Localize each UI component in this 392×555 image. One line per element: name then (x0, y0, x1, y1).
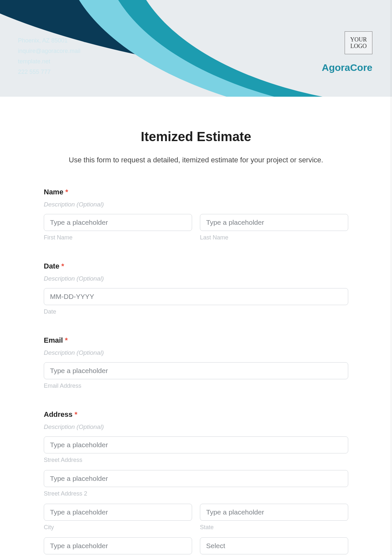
last-name-sublabel: Last Name (200, 234, 348, 241)
name-label: Name * (44, 188, 348, 196)
street-address-input[interactable] (44, 436, 348, 453)
email-input[interactable] (44, 362, 348, 379)
date-desc: Description (Optional) (44, 275, 348, 282)
logo-text: YOUR LOGO (345, 36, 372, 49)
last-name-input[interactable] (200, 214, 348, 231)
header-banner: Phoenix, AZ 85001 inquire@agoracore.mail… (0, 0, 392, 97)
street-address-2-sublabel: Street Address 2 (44, 490, 348, 497)
field-group-date: Date * Description (Optional) Date (44, 262, 348, 315)
field-group-email: Email * Description (Optional) Email Add… (44, 336, 348, 389)
form-container: Itemized Estimate Use this form to reque… (0, 97, 392, 554)
email-sublabel: Email Address (44, 383, 348, 389)
street-address-2-input[interactable] (44, 470, 348, 487)
page-title: Itemized Estimate (44, 129, 348, 144)
first-name-sublabel: First Name (44, 234, 192, 241)
country-select-text: Select (206, 542, 225, 550)
state-input[interactable] (200, 504, 348, 521)
page-subtitle: Use this form to request a detailed, ite… (44, 156, 348, 164)
contact-block: Phoenix, AZ 85001 inquire@agoracore.mail… (18, 35, 80, 77)
required-mark: * (65, 188, 68, 196)
field-group-name: Name * Description (Optional) First Name… (44, 188, 348, 241)
page-edge-shadow (390, 0, 392, 555)
field-group-address: Address * Description (Optional) Street … (44, 410, 348, 554)
street-address-sublabel: Street Address (44, 457, 348, 464)
contact-site: template.net (18, 56, 80, 67)
country-select[interactable]: Select (200, 537, 348, 554)
name-desc: Description (Optional) (44, 201, 348, 208)
zip-input[interactable] (44, 537, 192, 554)
company-name: AgoraCore (322, 62, 372, 73)
required-mark: * (74, 410, 77, 418)
contact-phone: 222 555 777 (18, 67, 80, 77)
required-mark: * (65, 336, 68, 344)
contact-email: inquire@agoracore.mail (18, 46, 80, 56)
address-desc: Description (Optional) (44, 423, 348, 431)
date-label-text: Date (44, 262, 59, 270)
city-sublabel: City (44, 524, 192, 531)
required-mark: * (61, 262, 64, 270)
name-label-text: Name (44, 188, 63, 196)
address-label-text: Address (44, 410, 73, 418)
first-name-input[interactable] (44, 214, 192, 231)
contact-city: Phoenix, AZ 85001 (18, 35, 80, 46)
date-sublabel: Date (44, 308, 348, 315)
email-label-text: Email (44, 336, 63, 344)
date-input[interactable] (44, 288, 348, 305)
email-desc: Description (Optional) (44, 349, 348, 356)
state-sublabel: State (200, 524, 348, 531)
address-label: Address * (44, 410, 348, 419)
date-label: Date * (44, 262, 348, 270)
city-input[interactable] (44, 504, 192, 521)
logo-placeholder: YOUR LOGO (345, 31, 372, 54)
email-label: Email * (44, 336, 348, 345)
